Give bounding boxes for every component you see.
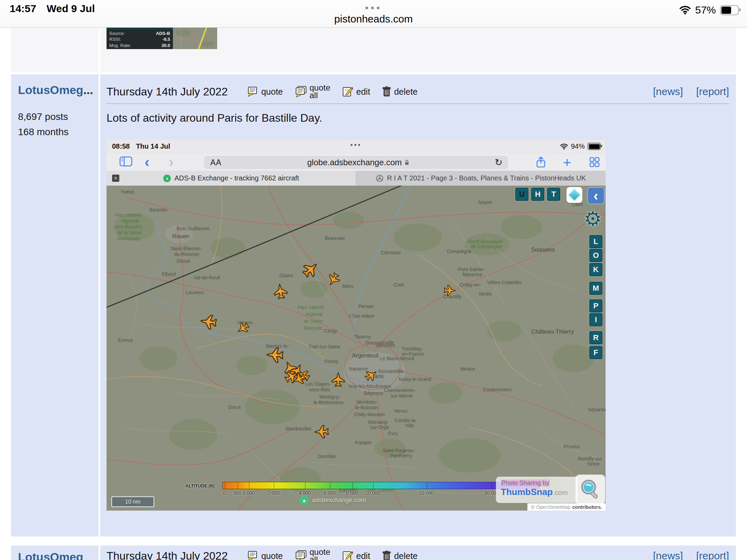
clock: 14:57 (10, 3, 36, 15)
post-body-text: Lots of activity around Paris for Bastil… (107, 112, 736, 124)
post-row: LotusOmeg... 8,697 posts 168 months Thur… (11, 74, 736, 536)
address-bar[interactable]: AA globe.adsbexchange.com ↻ (204, 156, 508, 169)
quote-all-label: quoteall (310, 548, 330, 560)
tab-title: R I A T 2021 - Page 3 - Boats, Planes & … (387, 174, 586, 182)
next-post-content: Thursday 14th July 2022 quote quoteall (100, 545, 736, 560)
delete-icon (382, 86, 391, 97)
next-post-row: LotusOmeg Thursday 14th July 2022 quote … (11, 545, 736, 560)
news-link[interactable]: [news] (653, 550, 683, 560)
edit-label: edit (356, 87, 370, 97)
quote-icon (247, 550, 259, 560)
map-button-k[interactable]: K (589, 263, 602, 276)
altitude-tick-label: 500 (233, 490, 241, 496)
close-tab-icon[interactable]: ✕ (112, 175, 119, 182)
collapse-panel-button[interactable]: ‹ (587, 187, 605, 204)
previous-post-image[interactable]: Source:ADS-BRSSI:-8.5Msg. Rate:30.0 (107, 28, 217, 49)
map-button-l[interactable]: L (589, 235, 602, 248)
new-tab-icon[interactable]: + (563, 155, 571, 170)
safari-tab-bar: ✕ ▲ ADS-B Exchange - tracking 7662 aircr… (107, 171, 606, 186)
author-link[interactable]: LotusOmeg (18, 550, 99, 560)
reload-icon[interactable]: ↻ (495, 157, 502, 168)
delete-icon (382, 550, 391, 560)
magnifier-icon (575, 475, 605, 504)
aircraft-icon[interactable] (315, 426, 329, 438)
map-button-h[interactable]: H (531, 188, 544, 201)
site-title[interactable]: pistonheads.com (334, 13, 413, 25)
map-style-button[interactable] (566, 187, 582, 203)
edit-label: edit (356, 551, 370, 560)
header-divider (107, 103, 729, 104)
post-date: Thursday 14th July 2022 (107, 85, 228, 98)
map-button-u[interactable]: U (515, 188, 528, 201)
pistonheads-favicon (376, 175, 384, 182)
adsb-info-row: Msg. Rate:30.0 (109, 43, 170, 48)
tab-adsb-exchange[interactable]: ✕ ▲ ADS-B Exchange - tracking 7662 aircr… (107, 171, 356, 186)
aircraft-icon[interactable] (363, 367, 379, 383)
inner-multitask-dots-icon: ••• (350, 141, 362, 149)
adsbexchange-logo-icon: ▲ (299, 496, 309, 505)
settings-gear-icon[interactable]: ⚙ (584, 207, 602, 231)
previous-post-row: Source:ADS-BRSSI:-8.5Msg. Rate:30.0 (11, 28, 736, 72)
aircraft-icon[interactable] (300, 259, 321, 280)
author-link[interactable]: LotusOmeg... (18, 83, 99, 97)
osm-link[interactable]: OpenStreetMap (536, 504, 571, 510)
report-link[interactable]: [report] (696, 550, 729, 560)
quote-all-button[interactable]: quoteall (295, 548, 330, 560)
aircraft-icon[interactable] (235, 321, 251, 336)
altitude-tick-label: 1 000 (242, 490, 255, 496)
map-button-m[interactable]: M (589, 282, 602, 295)
delete-button[interactable]: delete (382, 550, 417, 560)
multitask-dots-icon[interactable]: ••• (365, 2, 382, 14)
adsb-map[interactable]: YvetotBarentinBois-GuillaumeRouenSaint-É… (107, 186, 606, 511)
aircraft-icon[interactable] (326, 271, 341, 288)
aircraft-icon[interactable] (273, 283, 288, 299)
adsbexchange-attribution: ▲ adsbexchange.com (299, 496, 366, 505)
edit-button[interactable]: edit (342, 550, 370, 560)
quote-button[interactable]: quote (247, 550, 283, 560)
adsb-info-row: RSSI:-8.5 (109, 37, 170, 42)
quote-all-button[interactable]: quoteall (295, 84, 330, 99)
font-size-button[interactable]: AA (210, 158, 222, 167)
inner-status-date: Thu 14 Jul (136, 142, 170, 150)
share-icon[interactable] (535, 156, 546, 169)
report-link[interactable]: [report] (696, 86, 729, 97)
post-image-adsb-screenshot[interactable]: 08:58 Thu 14 Jul ••• 94% ‹ › (107, 140, 606, 511)
quote-all-label: quoteall (310, 84, 330, 99)
map-button-o[interactable]: O (589, 249, 602, 262)
altitude-tick-label: 2 000 (267, 490, 279, 496)
adsb-info-row: Source:ADS-B (109, 31, 170, 36)
forward-button[interactable]: › (169, 156, 174, 169)
previous-post-sidebar (11, 28, 99, 72)
page: { "status_bar": {"time":"14:57","date":"… (0, 0, 747, 560)
altitude-tick (373, 482, 374, 489)
map-button-i[interactable]: I (589, 313, 602, 326)
edit-button[interactable]: edit (342, 86, 370, 97)
news-link[interactable]: [news] (653, 86, 683, 97)
tab-overview-icon[interactable] (589, 157, 600, 167)
altitude-tick-label: 8 000 (346, 490, 358, 496)
aircraft-icon[interactable] (200, 314, 217, 330)
aircraft-icon[interactable] (332, 373, 344, 386)
map-button-f[interactable]: F (589, 346, 602, 359)
url-text: globe.adsbexchange.com (307, 158, 402, 167)
quote-button[interactable]: quote (247, 86, 283, 97)
altitude-tick-label: 0 (223, 490, 226, 496)
altitude-tick (427, 482, 427, 489)
map-button-p[interactable]: P (589, 299, 602, 312)
tab-pistonheads[interactable]: R I A T 2021 - Page 3 - Boats, Planes & … (356, 171, 606, 186)
aircraft-icon[interactable] (267, 348, 283, 363)
quote-label: quote (261, 551, 283, 560)
quote-label: quote (261, 87, 283, 97)
tab-title: ADS-B Exchange - tracking 7662 aircraft (174, 174, 299, 182)
quote-all-icon (295, 550, 307, 560)
battery-percent: 57% (695, 4, 716, 16)
map-button-t[interactable]: T (547, 188, 560, 201)
device-status-bar: 14:57 Wed 9 Jul ••• pistonheads.com 57% (0, 0, 747, 28)
post-date: Thursday 14th July 2022 (107, 550, 228, 560)
sidebar-toggle-icon[interactable] (119, 156, 133, 167)
map-button-r[interactable]: R (589, 331, 602, 344)
delete-button[interactable]: delete (382, 86, 417, 97)
back-button[interactable]: ‹ (145, 156, 149, 169)
altitude-tick-label: 20 000 (419, 490, 434, 496)
aircraft-icon[interactable] (444, 285, 455, 296)
